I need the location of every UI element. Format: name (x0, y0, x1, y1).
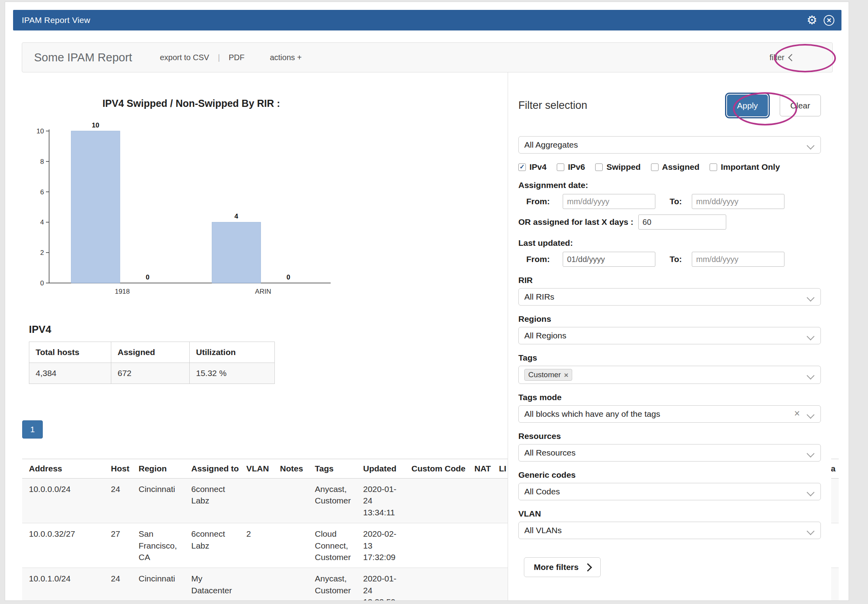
cell: 2020-01-24 13:34:11 (356, 479, 405, 523)
generic-codes-select-value: All Codes (524, 487, 560, 496)
summary-total-hosts: 4,384 (29, 363, 111, 384)
svg-text:0: 0 (40, 279, 44, 287)
export-csv-link[interactable]: export to CSV (160, 53, 209, 62)
updated-to-input[interactable] (692, 252, 784, 267)
column-header-vlan: VLAN (240, 459, 273, 479)
chevron-down-icon (807, 527, 815, 535)
checkbox-label: Swipped (606, 162, 640, 172)
cell (405, 568, 468, 601)
cell (468, 523, 492, 568)
bar-chart: 0246810100191840ARIN (25, 117, 362, 303)
svg-text:2: 2 (40, 249, 44, 256)
svg-text:10: 10 (92, 122, 99, 129)
cell: 10.0.0.32/27 (22, 523, 104, 568)
rir-select[interactable]: All RIRs (518, 288, 821, 306)
svg-text:0: 0 (287, 274, 290, 281)
tag-remove-icon[interactable]: × (564, 371, 568, 379)
rir-select-value: All RIRs (524, 292, 554, 302)
column-header-notes: Notes (273, 459, 308, 479)
cell: Anycast, Customer (308, 568, 356, 601)
svg-text:6: 6 (40, 188, 44, 196)
cell: Cloud Connect, Customer (308, 523, 356, 568)
column-header-nat: NAT (468, 459, 492, 479)
checkbox-ipv6[interactable]: IPv6 (557, 162, 585, 172)
cell: 24 (104, 479, 132, 523)
actions-menu[interactable]: actions + (270, 53, 302, 62)
tags-mode-select[interactable]: All blocks which have any of the tags × (518, 405, 821, 423)
checkbox-unchecked-icon (710, 163, 717, 171)
cell (405, 523, 468, 568)
export-pdf-link[interactable]: PDF (228, 53, 244, 62)
assignment-to-label: To: (670, 197, 692, 206)
checkbox-label: Important Only (721, 162, 780, 172)
chevron-down-icon (807, 450, 815, 458)
summary-assigned: 672 (111, 363, 190, 384)
last-x-days-input[interactable] (638, 215, 726, 230)
pagination-page-1[interactable]: 1 (22, 420, 43, 439)
ipv4-section-heading: IPV4 (29, 323, 51, 336)
summary-utilization: 15.32 % (190, 363, 275, 384)
svg-text:8: 8 (40, 158, 44, 165)
aggregates-select-value: All Aggregates (524, 140, 578, 150)
cell: 27 (104, 523, 132, 568)
last-updated-label: Last updated: (518, 238, 821, 248)
cell: 10.0.1.0/24 (22, 568, 104, 601)
filter-toggle[interactable]: filter (769, 53, 794, 62)
checkbox-swipped[interactable]: Swipped (595, 162, 640, 172)
generic-codes-select[interactable]: All Codes (518, 483, 821, 500)
filter-panel-heading: Filter selection (518, 99, 727, 112)
regions-select[interactable]: All Regions (518, 327, 821, 344)
close-icon[interactable]: × (824, 15, 834, 26)
tags-label: Tags (518, 353, 821, 363)
resources-select-value: All Resources (524, 448, 576, 458)
updated-to-label: To: (670, 255, 692, 264)
clear-button[interactable]: Clear (780, 95, 821, 116)
vlan-label: VLAN (518, 509, 821, 519)
summary-header-utilization: Utilization (190, 342, 275, 363)
cell: Cincinnati (132, 568, 185, 601)
assignment-to-input[interactable] (692, 194, 784, 209)
svg-text:4: 4 (40, 218, 44, 226)
clear-selection-icon[interactable]: × (794, 408, 800, 419)
tags-mode-label: Tags mode (518, 393, 821, 402)
checkbox-unchecked-icon (595, 163, 603, 171)
generic-codes-label: Generic codes (518, 470, 821, 480)
cell (240, 479, 273, 523)
cell (240, 568, 273, 601)
gear-icon[interactable]: ⚙ (807, 14, 817, 26)
tags-select[interactable]: Customer × (518, 366, 821, 384)
column-header-region: Region (132, 459, 185, 479)
checkbox-assigned[interactable]: Assigned (651, 162, 700, 172)
cell (273, 568, 308, 601)
resources-label: Resources (518, 431, 821, 441)
updated-from-input[interactable] (563, 252, 655, 267)
svg-text:0: 0 (146, 274, 149, 281)
chevron-down-icon (807, 411, 815, 419)
vlan-select-value: All VLANs (524, 526, 562, 535)
cell (273, 479, 308, 523)
chevron-down-icon (807, 142, 815, 150)
regions-select-value: All Regions (524, 331, 566, 340)
cell: 10.0.0.0/24 (22, 479, 104, 523)
checkbox-important-only[interactable]: Important Only (710, 162, 780, 172)
checkbox-checked-icon: ✓ (518, 163, 526, 171)
cell: 2020-01-24 13:33:59 (356, 568, 405, 601)
checkbox-ipv4[interactable]: ✓IPv4 (518, 162, 546, 172)
filter-toggle-label: filter (769, 53, 784, 62)
last-x-days-label: OR assigned for last X days : (518, 217, 634, 227)
checkbox-unchecked-icon (557, 163, 564, 171)
assignment-from-input[interactable] (563, 194, 655, 209)
assignment-date-label: Assignment date: (518, 180, 821, 190)
rir-label: RIR (518, 275, 821, 285)
resources-select[interactable]: All Resources (518, 444, 821, 462)
more-filters-button[interactable]: More filters (524, 557, 601, 577)
cell (273, 523, 308, 568)
tags-mode-select-value: All blocks which have any of the tags (524, 409, 660, 419)
cell: 6connect Labz (185, 479, 240, 523)
regions-label: Regions (518, 314, 821, 324)
aggregates-select[interactable]: All Aggregates (518, 136, 821, 154)
svg-text:4: 4 (234, 213, 238, 220)
more-filters-label: More filters (534, 562, 579, 572)
apply-button[interactable]: Apply (727, 95, 768, 116)
vlan-select[interactable]: All VLANs (518, 522, 821, 539)
